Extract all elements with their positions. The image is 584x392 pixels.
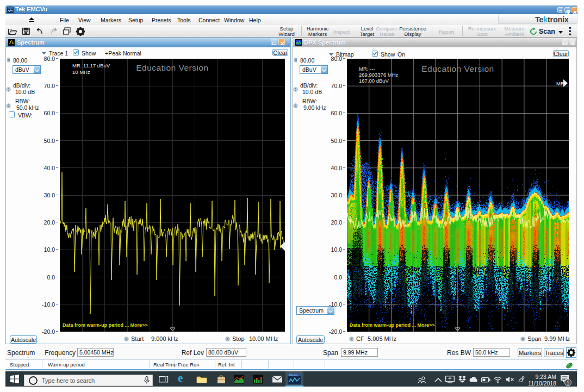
svg-text:269.903376 MHz: 269.903376 MHz [359,72,399,78]
svg-text:MR: 11.17 dBuV: MR: 11.17 dBuV [72,63,110,69]
svg-text:Data from warm-up period ... M: Data from warm-up period ... More>> [350,322,435,328]
svg-text:Data from warm-up period ... M: Data from warm-up period ... More>> [63,322,148,328]
svg-text:Tektronix: Tektronix [289,374,297,376]
svg-text:167.00 dBuV: 167.00 dBuV [359,78,389,84]
svg-text:MR: MR [556,80,564,86]
svg-text:Education Version: Education Version [136,63,208,72]
svg-text:MR: ---: MR: --- [359,66,375,72]
svg-text:10 MHz: 10 MHz [72,69,90,75]
svg-text:Education Version: Education Version [421,64,494,73]
